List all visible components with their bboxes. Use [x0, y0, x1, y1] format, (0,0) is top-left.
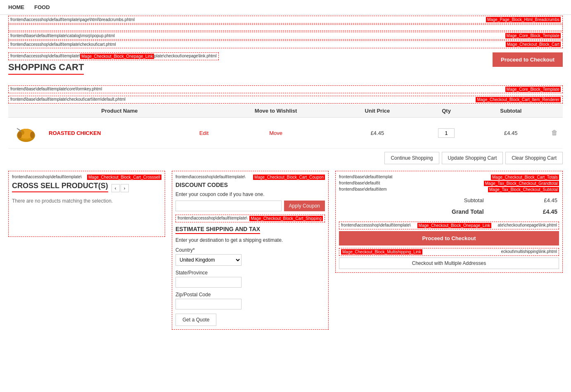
table-row: ROASTED CHICKEN Edit Move £4.45 £4.45 🗑 [8, 118, 563, 149]
discount-shipping-section: frontend\accessshop\default\template\ Ma… [172, 171, 329, 330]
subtotal-value: £4.45 [486, 195, 559, 206]
subtotal-cell: £4.45 [476, 118, 546, 149]
unit-price-cell: £4.45 [337, 118, 417, 149]
debug-totals: frontend\base\default\templat Mage_Check… [339, 175, 559, 180]
product-image-cell [8, 118, 45, 149]
product-image [14, 121, 40, 144]
page-title: SHOPPING CART [8, 62, 84, 75]
shipping-title: ESTIMATE SHIPPING AND TAX [175, 226, 260, 234]
svg-point-5 [30, 132, 34, 138]
col-image [8, 104, 45, 118]
debug-msrp: frontend\base\default\template\catalog\m… [8, 32, 563, 40]
shipping-desc: Enter your destination to get a shipping… [175, 237, 325, 243]
debug-item: frontend\base\default\template\checkout\… [8, 96, 563, 104]
cart-actions: Continue Shopping Update Shopping Cart C… [8, 152, 563, 164]
coupon-row: Apply Coupon [175, 201, 325, 211]
totals-section: frontend\base\default\templat Mage_Check… [335, 171, 563, 273]
apply-coupon-button[interactable]: Apply Coupon [284, 201, 325, 211]
debug-proceed2: frontend\accessshop\default\template\ Ma… [339, 222, 559, 229]
col-wishlist: Move to Wishlist [214, 104, 337, 118]
debug-multishipping: Mage_Checkout_Block_Multishipping_Link e… [339, 248, 559, 256]
nav-food[interactable]: FOOD [34, 4, 50, 10]
country-row: Country* United Kingdom United States Ge… [175, 247, 325, 266]
move-link[interactable]: Move [269, 130, 282, 136]
qty-cell[interactable] [417, 118, 476, 149]
col-unit-price: Unit Price [337, 104, 417, 118]
grand-total-row: Grand Total £4.45 [339, 206, 559, 217]
coupon-input[interactable] [175, 201, 282, 211]
state-row: State/Province [175, 270, 325, 288]
cross-sell-empty: There are no products matching the selec… [12, 198, 161, 204]
delete-cell[interactable]: 🗑 [546, 118, 563, 149]
prev-button[interactable]: ‹ [111, 184, 120, 192]
get-quote-button[interactable]: Get a Quote [175, 314, 216, 326]
debug-coupon: frontend\accessshop\default\template\ Ma… [175, 175, 325, 180]
state-input[interactable] [175, 277, 242, 288]
cart-table: Product Name Move to Wishlist Unit Price… [8, 104, 563, 149]
cross-sell-section: frontend\accessshop\default\template\ Ma… [8, 171, 165, 237]
col-qty: Qty [417, 104, 476, 118]
qty-input[interactable] [438, 128, 455, 138]
cross-sell-title: CROSS SELL PRODUCT(S) [12, 182, 108, 192]
col-edit [194, 104, 214, 118]
state-label: State/Province [175, 270, 325, 276]
grand-total-label: Grand Total [339, 206, 486, 217]
debug-formkey: frontend\base\default\template\core\form… [8, 85, 563, 93]
subtotal-label: Subtotal [339, 195, 486, 206]
zip-row: Zip/Postal Code [175, 292, 325, 309]
debug-onepage: frontend\accessshop\default\template\ Ma… [8, 52, 219, 60]
svg-point-4 [18, 132, 22, 138]
zip-input[interactable] [175, 299, 242, 309]
spacer-2 [8, 79, 563, 83]
debug-cart: frontend\accessshop\default\template\che… [8, 40, 563, 48]
cross-sell-nav[interactable]: ‹ › [111, 184, 129, 192]
edit-cell[interactable]: Edit [194, 118, 214, 149]
debug-grandtotal: frontend\base\default\t Mage_Tax_Block_C… [339, 181, 559, 186]
move-cell[interactable]: Move [214, 118, 337, 149]
col-subtotal: Subtotal [476, 104, 546, 118]
col-product-name: Product Name [45, 104, 194, 118]
update-cart-button[interactable]: Update Shopping Cart [442, 152, 503, 164]
continue-shopping-button[interactable]: Continue Shopping [384, 152, 439, 164]
discount-desc: Enter your coupon code if you have one. [175, 191, 325, 197]
top-nav: HOME FOOD [0, 0, 571, 15]
country-label: Country* [175, 247, 325, 253]
discount-title: DISCOUNT CODES [175, 182, 325, 188]
zip-label: Zip/Postal Code [175, 292, 325, 298]
debug-shipping: frontend\accessshop\default\template\ Ma… [175, 215, 325, 222]
edit-link[interactable]: Edit [199, 130, 208, 136]
country-select[interactable]: United Kingdom United States Germany Fra… [175, 254, 242, 266]
debug-breadcrumbs: frontend\accessshop\default\template\pag… [8, 16, 563, 24]
col-delete [546, 104, 563, 118]
grand-total-value: £4.45 [486, 206, 559, 217]
debug-spacer-1 [8, 24, 563, 31]
proceed-checkout-top-button[interactable]: Proceed to Checkout [493, 52, 563, 67]
nav-home[interactable]: HOME [8, 4, 24, 10]
checkout-multiple-link[interactable]: Checkout with Multiple Addresses [339, 257, 559, 269]
clear-cart-button[interactable]: Clear Shopping Cart [505, 152, 563, 164]
proceed-checkout-bottom-button[interactable]: Proceed to Checkout [339, 231, 559, 246]
delete-button[interactable]: 🗑 [551, 129, 558, 137]
next-button[interactable]: › [121, 184, 129, 192]
page-title-area: frontend\accessshop\default\template\ Ma… [8, 52, 563, 75]
subtotal-row: Subtotal £4.45 [339, 195, 559, 206]
debug-subtotal: frontend\base\default\item Mage_Tax_Bloc… [339, 187, 559, 192]
checkout-multiple-anchor[interactable]: Checkout with Multiple Addresses [412, 260, 486, 266]
bottom-section: frontend\accessshop\default\template\ Ma… [8, 171, 563, 330]
debug-crosssell: frontend\accessshop\default\template\ Ma… [12, 175, 161, 180]
totals-table: Subtotal £4.45 Grand Total £4.45 [339, 195, 559, 217]
product-name-cell: ROASTED CHICKEN [45, 118, 194, 149]
